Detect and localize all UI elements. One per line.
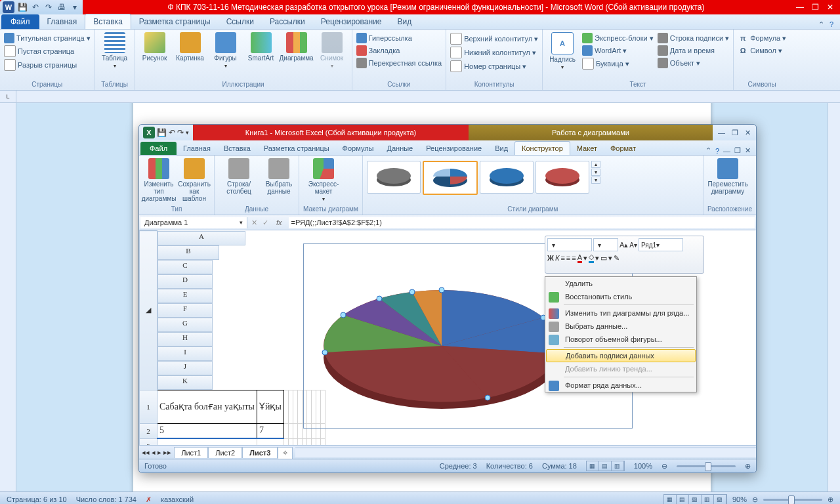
page-break-button[interactable]: Разрыв страницы (4, 58, 91, 72)
sheet-nav[interactable]: ◂◂ ◂ ▸ ▸▸ (139, 448, 174, 457)
cell-A2[interactable]: 5 (158, 423, 257, 438)
textbox-button[interactable]: AНадпись▾ (547, 32, 578, 70)
tab-chart-design[interactable]: Конструктор (514, 141, 570, 155)
tab-insert[interactable]: Вставка (85, 14, 131, 29)
zoom-in-icon[interactable]: ⊕ (745, 462, 751, 471)
close-icon[interactable]: ✕ (827, 3, 833, 12)
bold-icon[interactable]: Ж (547, 254, 554, 262)
zoom-in-icon[interactable]: ⊕ (828, 495, 833, 504)
tab-view[interactable]: Вид (488, 142, 514, 155)
quickparts-button[interactable]: Экспресс-блоки ▾ (582, 32, 654, 44)
name-box[interactable]: Диаграмма 1▾ (140, 217, 247, 228)
status-language[interactable]: казахский (161, 495, 194, 503)
zoom-out-icon[interactable]: ⊖ (752, 495, 758, 504)
align-center-icon[interactable]: ≡ (566, 254, 570, 262)
bookmark-button[interactable]: Закладка (356, 45, 442, 56)
ruler-corner[interactable]: L (0, 91, 16, 103)
tab-view[interactable]: Вид (389, 14, 419, 29)
switch-rowcol-button[interactable]: Строка/столбец (219, 158, 259, 195)
wordart-button[interactable]: WordArt ▾ (582, 45, 654, 56)
smartart-button[interactable]: SmartArt (245, 32, 277, 62)
tab-file[interactable]: Файл (140, 142, 177, 155)
datetime-button[interactable]: Дата и время (658, 45, 729, 56)
align-right-icon[interactable]: ≡ (572, 254, 576, 262)
restore-icon[interactable]: ❐ (812, 3, 819, 12)
tab-data[interactable]: Данные (380, 142, 419, 155)
tab-home[interactable]: Главная (39, 14, 85, 29)
spell-icon[interactable]: ✗ (146, 495, 152, 504)
word-view-buttons[interactable]: ▦▤▧▥▨ (663, 494, 727, 504)
print-icon[interactable]: 🖶 (56, 2, 67, 12)
cell-B1[interactable]: Ұйқы (257, 390, 284, 423)
table-button[interactable]: Таблица▾ (99, 32, 131, 69)
help-icon[interactable]: ? (715, 147, 719, 155)
format-painter-icon[interactable]: ✎ (614, 254, 620, 262)
col-header-H[interactable]: H (158, 332, 213, 346)
word-vscroll[interactable] (828, 103, 840, 492)
close-icon[interactable]: ✕ (745, 129, 751, 137)
symbol-button[interactable]: ΩСимвол ▾ (738, 45, 786, 56)
align-left-icon[interactable]: ≡ (560, 254, 564, 262)
tab-chart-layout[interactable]: Макет (570, 142, 604, 155)
redo-icon[interactable]: ↷ (43, 2, 54, 12)
sigline-button[interactable]: Строка подписи ▾ (658, 32, 729, 44)
ruler-horizontal[interactable] (16, 91, 840, 103)
chart-style-2[interactable] (423, 161, 478, 195)
crossref-button[interactable]: Перекрестная ссылка (356, 57, 442, 69)
hyperlink-button[interactable]: Гиперссылка (356, 32, 442, 44)
hscroll[interactable] (295, 448, 756, 457)
col-header-F[interactable]: F (158, 303, 213, 318)
col-header-K[interactable]: K (158, 375, 213, 390)
select-all-corner[interactable]: ◢ (140, 231, 158, 390)
series-select-dropdown[interactable]: Ряд1 ▾ (639, 238, 683, 251)
chart-style-3[interactable] (480, 161, 534, 194)
excel-grid[interactable]: ◢ A B C D E F G H I J K 1Сабақта болған … (139, 230, 756, 445)
save-template-button[interactable]: Сохранить как шаблон (178, 158, 210, 202)
tab-mail[interactable]: Рассылки (262, 14, 313, 29)
zoom-label[interactable]: 90% (732, 495, 747, 503)
minimize-icon[interactable]: ― (796, 3, 804, 12)
save-icon[interactable]: 💾 (17, 2, 28, 12)
blank-page-button[interactable]: Пустая страница (4, 45, 91, 58)
picture-button[interactable]: Рисунок (139, 32, 171, 62)
move-chart-button[interactable]: Переместить диаграмму (707, 158, 748, 195)
cell-A1[interactable]: Сабақта болған уақыты (158, 390, 257, 423)
sheet-tab-1[interactable]: Лист1 (174, 447, 208, 458)
sheet-tab-2[interactable]: Лист2 (208, 447, 242, 458)
minimize-icon[interactable]: ― (718, 129, 725, 136)
ctx-add-data-labels[interactable]: Добавить подписи данных (546, 349, 696, 362)
object-button[interactable]: Объект ▾ (658, 57, 729, 69)
pagenum-button[interactable]: Номер страницы ▾ (450, 60, 538, 73)
ctx-change-type[interactable]: Изменить тип диаграммы для ряда... (545, 306, 696, 320)
tab-review[interactable]: Рецензирование (313, 14, 390, 29)
word-app-icon[interactable]: W (3, 1, 14, 13)
outline-icon[interactable]: ▭ (600, 254, 607, 262)
screenshot-button[interactable]: Снимок▾ (316, 32, 348, 69)
font-size-dropdown[interactable]: ▾ (593, 238, 618, 251)
tab-pagelayout[interactable]: Разметка страницы (257, 142, 336, 155)
excel-app-icon[interactable]: X (143, 127, 155, 138)
col-header-G[interactable]: G (158, 318, 213, 332)
status-wordcount[interactable]: Число слов: 1 734 (76, 495, 136, 503)
change-chart-type-button[interactable]: Изменить тип диаграммы (143, 158, 175, 202)
italic-icon[interactable]: К (555, 254, 559, 262)
chart-style-4[interactable] (536, 161, 589, 194)
ctx-3d-rotate[interactable]: Поворот объемной фигуры... (545, 333, 696, 346)
zoom-slider[interactable] (677, 465, 736, 467)
help-icon[interactable]: ? (830, 20, 833, 29)
redo-icon[interactable]: ↷ (177, 128, 184, 137)
ruler-vertical[interactable] (0, 103, 16, 492)
shapes-button[interactable]: Фигуры▾ (210, 32, 242, 69)
col-header-D[interactable]: D (158, 274, 213, 289)
zoom-slider[interactable] (763, 499, 822, 501)
tab-formulas[interactable]: Формулы (336, 142, 381, 155)
zoom-label[interactable]: 100% (634, 462, 652, 470)
shrink-font-icon[interactable]: A▾ (629, 242, 637, 249)
mdi-min-icon[interactable]: ― (723, 147, 730, 155)
undo-icon[interactable]: ↶ (169, 128, 175, 137)
header-button[interactable]: Верхний колонтитул ▾ (450, 32, 538, 45)
cover-page-button[interactable]: Титульная страница ▾ (4, 32, 91, 44)
grow-font-icon[interactable]: A▴ (620, 241, 628, 249)
chart-button[interactable]: Диаграмма (281, 32, 312, 62)
cancel-icon[interactable]: ✕ (249, 219, 260, 227)
